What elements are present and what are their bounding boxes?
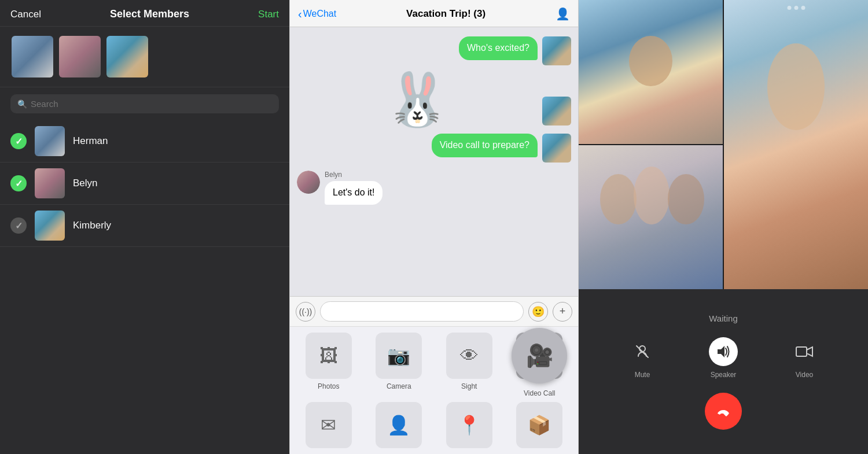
video-button[interactable]: Video <box>790 337 819 379</box>
bubble-3: Let's do it! <box>325 181 382 205</box>
dot-r1 <box>787 6 791 10</box>
sender-name-belyn: Belyn <box>325 171 382 179</box>
avatar-belyn <box>35 168 65 198</box>
back-arrow-icon: ‹ <box>298 8 302 20</box>
contact-item-herman[interactable]: ✓ Herman <box>0 120 289 163</box>
video-cell-group <box>579 145 723 289</box>
contact-item-belyn[interactable]: ✓ Belyn <box>0 163 289 205</box>
photos-icon: 🖼 <box>319 345 338 367</box>
media-contact-button[interactable]: 👤 <box>366 402 432 448</box>
dot-r2 <box>794 6 798 10</box>
sticker-bunny: 🐰 <box>385 73 450 126</box>
selected-avatar-kimberly <box>106 36 148 77</box>
end-call-button[interactable] <box>705 393 742 430</box>
check-herman: ✓ <box>10 133 27 149</box>
chat-panel: ‹ WeChat Vacation Trip! (3) 👤 Who's exci… <box>289 0 579 454</box>
video-cell-girl <box>724 0 868 289</box>
selected-avatars-row <box>0 27 289 87</box>
media-tray: 🖼 Photos 📷 Camera 👁 Sight 🎥 <box>290 326 578 454</box>
video-controls: Waiting Mute <box>579 289 868 454</box>
emoji-icon: 🙂 <box>532 305 545 318</box>
location-icon: 📍 <box>458 414 481 436</box>
plus-icon: + <box>560 305 566 318</box>
chat-input-area: ((·)) 🙂 + 🖼 Photos 📷 Camera <box>290 296 578 454</box>
speaker-label: Speaker <box>711 371 737 379</box>
sight-icon-box: 👁 <box>446 333 492 379</box>
mail-icon-box: ✉ <box>306 402 352 448</box>
voice-button[interactable]: ((·)) <box>296 302 315 322</box>
video-label: Video <box>796 371 813 379</box>
photos-icon-box: 🖼 <box>306 333 352 379</box>
message-thumbnail-1 <box>542 36 571 65</box>
media-camera-button[interactable]: 📷 Camera <box>366 333 432 397</box>
message-row-2: Video call to prepare? <box>297 134 571 163</box>
camera-label: Camera <box>387 382 411 390</box>
mail-icon: ✉ <box>321 414 336 436</box>
media-package-button[interactable]: 📦 <box>507 402 573 448</box>
videocall-icon-box: 🎥 🎥 <box>516 333 562 379</box>
camera-icon-box: 📷 <box>376 333 422 379</box>
name-kimberly: Kimberly <box>73 220 111 231</box>
dot-r3 <box>801 6 805 10</box>
video-grid <box>579 0 868 289</box>
select-members-title: Select Members <box>110 8 189 20</box>
voice-wave-icon: ((·)) <box>299 307 312 316</box>
dot-indicator-right <box>787 6 805 10</box>
search-bar[interactable]: 🔍 <box>10 94 279 113</box>
name-herman: Herman <box>73 135 108 147</box>
package-icon: 📦 <box>528 414 551 436</box>
bubble-1: Who's excited? <box>459 36 538 60</box>
message-thumbnail-2 <box>542 134 571 163</box>
plus-button[interactable]: + <box>553 302 572 322</box>
svg-rect-3 <box>796 347 807 356</box>
contact-item-kimberly[interactable]: ✓ Kimberly <box>0 205 289 247</box>
selected-avatar-belyn <box>59 36 101 77</box>
avatar-herman <box>35 126 65 156</box>
search-icon: 🔍 <box>17 99 27 109</box>
select-members-panel: Cancel Select Members Start 🔍 ✓ Herman <box>0 0 289 454</box>
msg-content-belyn: Belyn Let's do it! <box>325 171 382 205</box>
start-button[interactable]: Start <box>258 9 279 20</box>
mute-button[interactable]: Mute <box>628 337 657 379</box>
control-buttons: Mute Speaker <box>590 337 856 379</box>
location-icon-box: 📍 <box>446 402 492 448</box>
media-location-button[interactable]: 📍 <box>436 402 502 448</box>
search-input[interactable] <box>31 99 272 109</box>
group-info-icon[interactable]: 👤 <box>556 7 570 21</box>
chat-title: Vacation Trip! (3) <box>406 8 486 20</box>
sight-label: Sight <box>461 382 477 390</box>
contact-icon-box: 👤 <box>376 402 422 448</box>
avatar-belyn-chat <box>297 171 320 194</box>
contact-icon: 👤 <box>387 414 410 436</box>
message-thumbnail-sticker <box>542 97 571 126</box>
media-sight-button[interactable]: 👁 Sight <box>436 333 502 397</box>
chat-header: ‹ WeChat Vacation Trip! (3) 👤 <box>290 0 578 27</box>
svg-marker-2 <box>718 346 724 357</box>
media-mail-button[interactable]: ✉ <box>296 402 362 448</box>
video-icon <box>790 337 819 366</box>
chat-messages: Who's excited? 🐰 Video call to prepare? … <box>290 27 578 296</box>
videocall-circle: 🎥 <box>512 328 567 383</box>
sight-icon: 👁 <box>460 345 479 367</box>
waiting-text: Waiting <box>709 313 737 323</box>
message-row-sticker: 🐰 <box>297 73 571 126</box>
message-row-1: Who's excited? <box>297 36 571 65</box>
message-input[interactable] <box>320 301 524 322</box>
videocall-label: Video Call <box>524 389 555 397</box>
video-call-panel: Waiting Mute <box>579 0 868 454</box>
speaker-button[interactable]: Speaker <box>709 337 738 379</box>
media-photos-button[interactable]: 🖼 Photos <box>296 333 362 397</box>
message-row-3: Belyn Let's do it! <box>297 171 571 205</box>
chat-input-row: ((·)) 🙂 + <box>290 297 578 326</box>
media-videocall-button[interactable]: 🎥 🎥 Video Call <box>507 333 573 397</box>
emoji-button[interactable]: 🙂 <box>528 302 548 322</box>
back-button[interactable]: ‹ WeChat <box>298 8 336 20</box>
check-kimberly: ✓ <box>10 217 27 234</box>
package-icon-box: 📦 <box>516 402 562 448</box>
check-belyn: ✓ <box>10 175 27 191</box>
mute-icon <box>628 337 657 366</box>
speaker-icon <box>709 337 738 366</box>
camera-icon: 📷 <box>387 345 410 367</box>
cancel-button[interactable]: Cancel <box>10 9 41 20</box>
svg-marker-4 <box>807 347 812 356</box>
